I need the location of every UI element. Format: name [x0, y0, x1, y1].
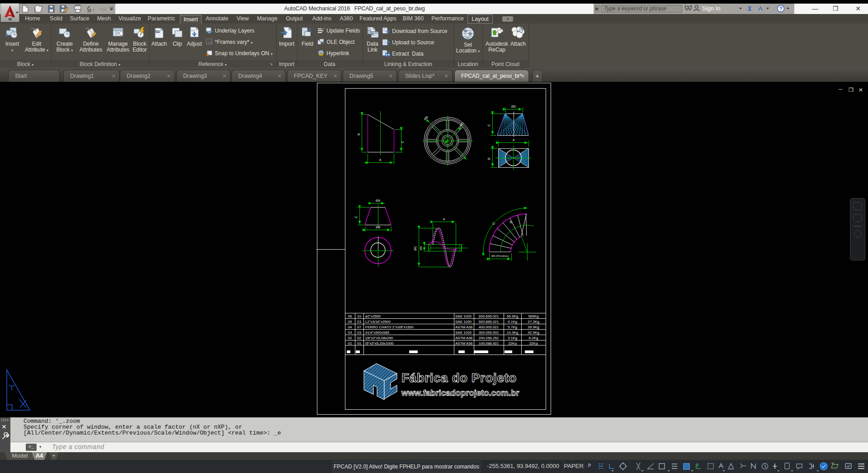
svg-text:02: 02	[348, 336, 352, 340]
svg-text:U6"x2"x5,08x250: U6"x2"x5,08x250	[365, 336, 393, 340]
svg-text:B: B	[487, 157, 491, 160]
svg-text:01: 01	[357, 341, 361, 345]
svg-text:56.5Kg: 56.5Kg	[507, 314, 518, 318]
svg-text:02: 02	[357, 336, 361, 340]
svg-text:39.9Kg: 39.9Kg	[528, 325, 539, 329]
svg-text:(x): (x)	[208, 40, 212, 44]
svg-text:10: 10	[357, 314, 361, 318]
svg-text:600.695.021: 600.695.021	[479, 314, 499, 318]
svg-text:300.055.002: 300.055.002	[479, 331, 499, 335]
svg-text:ØB: ØB	[423, 115, 429, 121]
svg-text:ØC: ØC	[414, 246, 417, 251]
svg-text:27.3Kg: 27.3Kg	[528, 320, 539, 324]
svg-text:www.fabricadoprojeto.com.br: www.fabricadoprojeto.com.br	[401, 388, 519, 397]
svg-text:X: X	[747, 5, 752, 12]
svg-text:400.005.021: 400.005.021	[479, 325, 499, 329]
svg-text:ØD: ØD	[511, 105, 516, 108]
svg-text:565Kg: 565Kg	[528, 314, 538, 318]
svg-text:?: ?	[779, 6, 783, 11]
svg-text:ø2"x3550: ø2"x3550	[365, 314, 381, 318]
svg-text:I5"x3"x5,33x1000: I5"x3"x5,33x1000	[365, 341, 394, 345]
svg-text:SAE 1020: SAE 1020	[455, 320, 472, 324]
svg-text:100.088.921: 100.088.921	[479, 341, 499, 345]
svg-text:B: B	[509, 220, 513, 224]
svg-text:01: 01	[348, 341, 352, 345]
svg-text:5.7Kg: 5.7Kg	[508, 325, 517, 329]
svg-text:C: C	[487, 124, 491, 126]
svg-text:14.3Kg: 14.3Kg	[507, 331, 518, 335]
svg-text:ØA (Primitivo): ØA (Primitivo)	[491, 254, 509, 257]
svg-text:C: C	[401, 141, 404, 143]
svg-text:Sign In: Sign In	[702, 5, 720, 12]
svg-text:B: B	[357, 133, 360, 135]
svg-text:SAE 1020: SAE 1020	[455, 314, 472, 318]
svg-text:C: C	[354, 216, 358, 218]
svg-text:ØB: ØB	[420, 246, 422, 251]
svg-text:ASTM A36: ASTM A36	[455, 325, 473, 329]
svg-text:ASTM A36: ASTM A36	[455, 336, 473, 340]
svg-text:06: 06	[348, 314, 352, 318]
svg-text:22Kg: 22Kg	[529, 341, 538, 345]
svg-text:ØB: ØB	[376, 226, 380, 229]
svg-text:500.885.021: 500.885.021	[479, 320, 499, 324]
svg-text:07: 07	[357, 325, 361, 329]
svg-text:L2"x3/16"x2500: L2"x3/16"x2500	[365, 320, 391, 324]
svg-text:A: A	[513, 138, 515, 142]
svg-text:SAE 1020: SAE 1020	[455, 331, 472, 335]
svg-text:42.9Kg: 42.9Kg	[528, 331, 539, 335]
svg-text:3.1Kg: 3.1Kg	[508, 336, 517, 340]
svg-text:03: 03	[357, 320, 361, 324]
svg-text:03: 03	[348, 331, 352, 335]
svg-text:Fábrica do Projeto: Fábrica do Projeto	[401, 371, 517, 385]
svg-text:22Kg: 22Kg	[508, 341, 517, 345]
svg-text:03: 03	[357, 331, 361, 335]
svg-text:A: A	[307, 26, 312, 33]
svg-text:ØA: ØA	[376, 199, 380, 202]
svg-text:200.256.252: 200.256.252	[479, 336, 499, 340]
svg-text:#1/4"x500x585: #1/4"x500x585	[365, 331, 390, 335]
svg-text:9.1Kg: 9.1Kg	[508, 320, 517, 324]
svg-text:05: 05	[348, 320, 352, 324]
svg-text:04: 04	[348, 325, 352, 329]
svg-text:A: A	[443, 218, 445, 221]
svg-text:FERRO CHATO 2"x3/8"x1500: FERRO CHATO 2"x3/8"x1500	[365, 325, 414, 329]
svg-text:6.2Kg: 6.2Kg	[529, 336, 538, 340]
svg-text:A: A	[379, 158, 382, 161]
svg-text:M: M	[9, 17, 12, 21]
svg-text:ASTM A36: ASTM A36	[455, 341, 473, 345]
